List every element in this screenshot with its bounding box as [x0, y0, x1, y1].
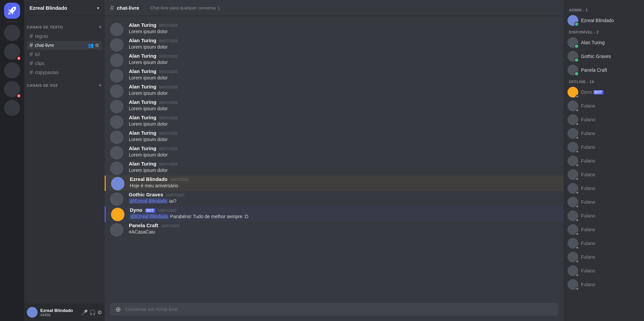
hash-icon: # — [30, 42, 33, 48]
member-item-fulano-13[interactable]: Fulano — [565, 264, 643, 277]
microphone-icon[interactable]: 🎤 — [81, 309, 88, 316]
member-name: Fulano — [581, 158, 595, 164]
member-name: Alan Turing — [581, 40, 605, 45]
message-group: Alan Turing 09/07/2020 Lorem ipsum dolor — [105, 114, 564, 129]
member-name: Fulano — [581, 186, 595, 191]
headphones-icon[interactable]: 🎧 — [89, 309, 96, 316]
settings-icon[interactable]: ⚙ — [95, 43, 99, 48]
avatar — [110, 115, 123, 129]
member-item-fulano-8[interactable]: Fulano — [565, 195, 643, 209]
message-text: Lorem ipsum dolor — [129, 167, 558, 174]
message-header: Alan Turing 09/07/2020 — [129, 99, 558, 105]
server-icon-6[interactable] — [4, 100, 20, 116]
server-header[interactable]: Ezreal Blindado ▾ — [24, 0, 105, 16]
message-header: Alan Turing 09/07/2020 — [129, 130, 558, 136]
member-name: Dyno — [581, 89, 592, 95]
channel-chat-livre[interactable]: # chat-livre 👥 ⚙ — [27, 41, 102, 50]
message-author[interactable]: Alan Turing — [129, 161, 156, 167]
channel-clips[interactable]: # clips — [27, 59, 102, 68]
add-text-channel-button[interactable]: + — [98, 24, 102, 30]
member-item-fulano-1[interactable]: Fulano — [565, 99, 643, 113]
hash-icon: # — [30, 60, 33, 66]
message-author[interactable]: Alan Turing — [129, 99, 156, 105]
message-author[interactable]: Alan Turing — [129, 68, 156, 74]
message-text: Lorem ipsum dolor — [129, 59, 558, 66]
member-item-dyno[interactable]: Dyno BOT — [565, 85, 643, 99]
server-icon-main[interactable] — [4, 3, 20, 19]
member-item-fulano-10[interactable]: Fulano — [565, 223, 643, 236]
member-name: Fulano — [581, 144, 595, 150]
member-avatar — [568, 101, 578, 111]
message-group: Alan Turing 09/07/2020 Lorem ipsum dolor — [105, 160, 564, 176]
member-item-fulano-2[interactable]: Fulano — [565, 113, 643, 126]
member-item-fulano-14[interactable]: Fulano — [565, 278, 643, 291]
server-name: Ezreal Blindado — [30, 5, 67, 11]
message-content: Alan Turing 09/07/2020 Lorem ipsum dolor — [129, 99, 558, 112]
member-item-fulano-12[interactable]: Fulano — [565, 250, 643, 264]
server-icon-2[interactable] — [4, 25, 20, 41]
settings-icon[interactable]: ⚙ — [97, 309, 102, 316]
member-name: Fulano — [581, 268, 595, 273]
message-author[interactable]: Alan Turing — [129, 115, 156, 120]
member-item-ezreal[interactable]: Ezreal Blindado — [565, 14, 643, 27]
channel-lol[interactable]: # lol — [27, 50, 102, 59]
member-avatar — [568, 15, 578, 26]
member-item-fulano-6[interactable]: Fulano — [565, 168, 643, 181]
message-timestamp: 09/07/2020 — [159, 116, 177, 120]
member-name: Fulano — [581, 131, 595, 136]
member-item-fulano-9[interactable]: Fulano — [565, 209, 643, 222]
member-avatar — [568, 114, 578, 125]
message-author[interactable]: Gothic Graves — [129, 192, 163, 197]
bot-badge: BOT — [593, 90, 603, 94]
status-indicator — [576, 150, 579, 153]
channels-list: CANAIS DE TEXTO + # regras # chat-livre … — [24, 16, 105, 304]
server-notif-3: 3 — [16, 56, 21, 61]
add-file-icon[interactable]: ⊕ — [115, 305, 121, 313]
chat-input-wrapper: ⊕ — [110, 303, 558, 316]
message-author[interactable]: Panela Craft — [129, 222, 158, 228]
message-timestamp: 09/07/2020 — [159, 162, 177, 166]
message-author[interactable]: Alan Turing — [129, 22, 156, 28]
chat-input[interactable] — [125, 303, 553, 316]
message-author[interactable]: Alan Turing — [129, 84, 156, 89]
message-author[interactable]: Alan Turing — [129, 130, 156, 136]
user-controls: 🎤 🎧 ⚙ — [81, 309, 102, 316]
status-indicator — [576, 122, 579, 126]
member-name: Fulano — [581, 227, 595, 232]
member-item-fulano-11[interactable]: Fulano — [565, 237, 643, 250]
server-icon-4[interactable] — [4, 62, 20, 78]
member-avatar — [568, 265, 578, 276]
message-author[interactable]: Dyno — [130, 207, 143, 213]
channel-icons: 👥 ⚙ — [88, 43, 99, 48]
member-item-fulano-3[interactable]: Fulano — [565, 127, 643, 140]
message-group: Alan Turing 09/07/2020 Lorem ipsum dolor — [105, 99, 564, 114]
server-icon-5-wrapper: 3 — [4, 81, 20, 97]
add-voice-channel-button[interactable]: + — [98, 82, 102, 88]
message-author[interactable]: Alan Turing — [129, 145, 156, 151]
members-icon[interactable]: 👥 — [88, 43, 94, 48]
available-category-label: DISPONÍVEL - 2 — [566, 30, 641, 34]
member-item-panela[interactable]: Panela Craft — [565, 63, 643, 77]
message-author[interactable]: Alan Turing — [129, 53, 156, 59]
member-avatar — [568, 128, 578, 139]
message-content: Panela Craft 10/07/2020 #ACasaCaiu — [129, 222, 558, 236]
member-item-fulano-7[interactable]: Fulano — [565, 182, 643, 195]
message-author[interactable]: Alan Turing — [129, 38, 156, 43]
member-item-fulano-4[interactable]: Fulano — [565, 140, 643, 154]
member-name: Panela Craft — [581, 67, 607, 73]
hash-icon: # — [30, 69, 33, 75]
message-group: Alan Turing 09/07/2020 Lorem ipsum dolor — [105, 83, 564, 99]
server-notif-5: 3 — [16, 93, 21, 99]
channel-regras[interactable]: # regras — [27, 32, 102, 41]
member-item-fulano-5[interactable]: Fulano — [565, 154, 643, 168]
member-item-alan[interactable]: Alan Turing — [565, 36, 643, 49]
member-name: Fulano — [581, 117, 595, 122]
channel-copypastas[interactable]: # copypastas — [27, 68, 102, 77]
mention[interactable]: @Ezreal Blindado — [130, 214, 169, 219]
message-timestamp: 09/07/2020 — [159, 147, 177, 151]
member-item-gothic[interactable]: Gothic Graves — [565, 50, 643, 63]
mention[interactable]: @Ezreal Blindado — [129, 198, 168, 204]
message-header: Alan Turing 09/07/2020 — [129, 68, 558, 74]
message-author[interactable]: Ezreal Blindado — [130, 176, 168, 182]
user-avatar — [27, 307, 38, 318]
